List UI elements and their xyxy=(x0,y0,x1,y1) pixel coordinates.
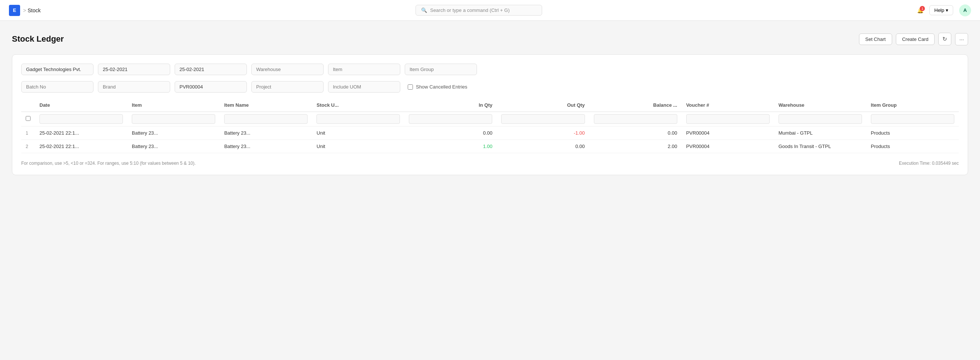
row-1-uom: Unit xyxy=(312,127,404,140)
topnav-center: 🔍 Search or type a command (Ctrl + G) xyxy=(41,5,917,16)
voucher-col-filter[interactable] xyxy=(686,114,770,124)
table-header: Date Item Item Name Stock U... In Qty Ou… xyxy=(21,98,959,112)
date-col-filter[interactable] xyxy=(40,114,123,124)
item-group-col-filter[interactable] xyxy=(871,114,954,124)
filter-cell-in-qty xyxy=(404,112,497,127)
filters-row-1 xyxy=(21,63,959,75)
select-all-checkbox[interactable] xyxy=(26,116,30,121)
breadcrumb: > Stock xyxy=(23,8,41,13)
col-select xyxy=(21,98,35,112)
help-button[interactable]: Help ▾ xyxy=(929,5,953,15)
out-qty-col-filter[interactable] xyxy=(501,114,585,124)
col-in-qty: In Qty xyxy=(404,98,497,112)
table-row[interactable]: 1 25-02-2021 22:1... Battery 23... Batte… xyxy=(21,127,959,140)
item-col-filter[interactable] xyxy=(132,114,215,124)
in-qty-col-filter[interactable] xyxy=(409,114,492,124)
row-2-out-qty: 0.00 xyxy=(497,140,589,153)
row-num-1: 1 xyxy=(21,127,35,140)
filter-cell-out-qty xyxy=(497,112,589,127)
row-1-warehouse: Mumbai - GTPL xyxy=(774,127,866,140)
filter-cell-balance xyxy=(589,112,682,127)
breadcrumb-current[interactable]: Stock xyxy=(27,8,41,13)
col-stock-uom: Stock U... xyxy=(312,98,404,112)
filter-cell-item-name xyxy=(220,112,312,127)
topnav-right: 🔔 1 Help ▾ A xyxy=(917,5,971,16)
filter-row-select xyxy=(21,112,35,127)
uom-filter[interactable] xyxy=(328,81,400,93)
item-filter[interactable] xyxy=(328,63,400,75)
stock-ledger-card: Show Cancelled Entries Date Item Item Na… xyxy=(12,54,968,175)
project-filter[interactable] xyxy=(251,81,324,93)
notification-badge: 1 xyxy=(920,6,925,11)
filter-cell-voucher xyxy=(682,112,774,127)
topnav: E > Stock 🔍 Search or type a command (Ct… xyxy=(0,0,980,21)
topnav-left: E > Stock xyxy=(9,5,41,16)
row-1-item-name: Battery 23... xyxy=(220,127,312,140)
row-2-item-name: Battery 23... xyxy=(220,140,312,153)
filter-cell-item-group xyxy=(866,112,959,127)
table-row[interactable]: 2 25-02-2021 22:1... Battery 23... Batte… xyxy=(21,140,959,153)
row-1-balance: 0.00 xyxy=(589,127,682,140)
col-date: Date xyxy=(35,98,127,112)
table-footer: For comparison, use >5, <10 or =324. For… xyxy=(21,161,959,166)
search-box[interactable]: 🔍 Search or type a command (Ctrl + G) xyxy=(415,5,542,16)
table-wrap: Date Item Item Name Stock U... In Qty Ou… xyxy=(21,98,959,153)
col-balance: Balance ... xyxy=(589,98,682,112)
balance-col-filter[interactable] xyxy=(594,114,677,124)
table-body: 1 25-02-2021 22:1... Battery 23... Batte… xyxy=(21,112,959,153)
app-logo[interactable]: E xyxy=(9,5,20,16)
row-2-date: 25-02-2021 22:1... xyxy=(35,140,127,153)
filter-cell-warehouse xyxy=(774,112,866,127)
show-cancelled-row: Show Cancelled Entries xyxy=(408,84,467,90)
refresh-button[interactable]: ↻ xyxy=(938,33,951,45)
page-title: Stock Ledger xyxy=(12,34,64,44)
row-1-voucher: PVR00004 xyxy=(682,127,774,140)
filter-cell-uom xyxy=(312,112,404,127)
show-cancelled-checkbox[interactable] xyxy=(408,84,413,90)
notification-bell[interactable]: 🔔 1 xyxy=(917,8,923,13)
brand-filter[interactable] xyxy=(98,81,170,93)
row-2-in-qty: 1.00 xyxy=(404,140,497,153)
voucher-filter[interactable] xyxy=(175,81,247,93)
item-group-filter[interactable] xyxy=(405,63,477,75)
row-2-balance: 2.00 xyxy=(589,140,682,153)
warehouse-col-filter[interactable] xyxy=(779,114,862,124)
stock-ledger-table: Date Item Item Name Stock U... In Qty Ou… xyxy=(21,98,959,153)
create-card-button[interactable]: Create Card xyxy=(896,33,935,45)
chevron-down-icon: ▾ xyxy=(946,8,948,13)
show-cancelled-label: Show Cancelled Entries xyxy=(416,84,467,90)
row-num-2: 2 xyxy=(21,140,35,153)
date-from-filter[interactable] xyxy=(98,63,170,75)
set-chart-button[interactable]: Set Chart xyxy=(859,33,892,45)
main-content: Stock Ledger Set Chart Create Card ↻ ··· xyxy=(0,21,980,187)
filter-cell-date xyxy=(35,112,127,127)
footer-hint: For comparison, use >5, <10 or =324. For… xyxy=(21,161,196,166)
table-filter-row xyxy=(21,112,959,127)
uom-col-filter[interactable] xyxy=(317,114,400,124)
row-2-item-group: Products xyxy=(866,140,959,153)
col-warehouse: Warehouse xyxy=(774,98,866,112)
header-actions: Set Chart Create Card ↻ ··· xyxy=(859,33,968,45)
row-2-item: Battery 23... xyxy=(127,140,220,153)
row-2-warehouse: Goods In Transit - GTPL xyxy=(774,140,866,153)
company-filter[interactable] xyxy=(21,63,94,75)
warehouse-filter[interactable] xyxy=(251,63,324,75)
more-options-button[interactable]: ··· xyxy=(955,33,968,45)
col-item-group: Item Group xyxy=(866,98,959,112)
date-to-filter[interactable] xyxy=(175,63,247,75)
page-header: Stock Ledger Set Chart Create Card ↻ ··· xyxy=(12,33,968,45)
help-label: Help xyxy=(934,8,944,13)
breadcrumb-sep: > xyxy=(23,8,26,13)
row-2-voucher: PVR00004 xyxy=(682,140,774,153)
row-1-in-qty: 0.00 xyxy=(404,127,497,140)
avatar[interactable]: A xyxy=(959,5,971,16)
filter-cell-item xyxy=(127,112,220,127)
col-item: Item xyxy=(127,98,220,112)
col-voucher: Voucher # xyxy=(682,98,774,112)
row-1-date: 25-02-2021 22:1... xyxy=(35,127,127,140)
row-1-out-qty: -1.00 xyxy=(497,127,589,140)
row-1-item: Battery 23... xyxy=(127,127,220,140)
batch-no-filter[interactable] xyxy=(21,81,94,93)
execution-time: Execution Time: 0.035449 sec xyxy=(899,161,959,166)
item-name-col-filter[interactable] xyxy=(224,114,307,124)
